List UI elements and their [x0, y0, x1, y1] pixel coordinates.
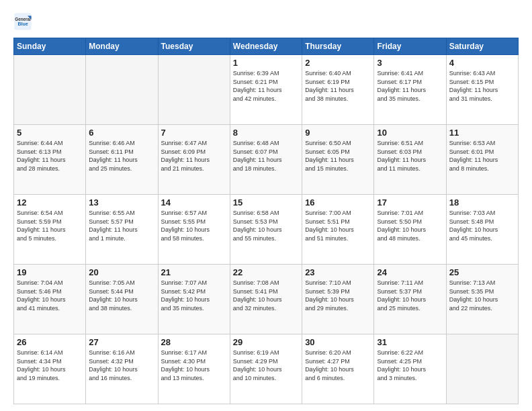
- calendar-cell: 15Sunrise: 6:58 AM Sunset: 5:53 PM Dayli…: [230, 195, 302, 265]
- day-info: Sunrise: 6:20 AM Sunset: 4:27 PM Dayligh…: [305, 349, 371, 382]
- calendar-header-thursday: Thursday: [302, 38, 374, 55]
- calendar-cell: 27Sunrise: 6:16 AM Sunset: 4:32 PM Dayli…: [86, 334, 158, 404]
- calendar-cell: 17Sunrise: 7:01 AM Sunset: 5:50 PM Dayli…: [374, 195, 446, 265]
- calendar-cell: 29Sunrise: 6:19 AM Sunset: 4:29 PM Dayli…: [230, 334, 302, 404]
- header: General Blue: [13, 12, 519, 31]
- day-number: 18: [449, 197, 515, 208]
- day-number: 20: [89, 267, 154, 277]
- calendar-page: General Blue SundayMondayTuesdayWednesda…: [0, 0, 532, 411]
- day-info: Sunrise: 6:39 AM Sunset: 6:21 PM Dayligh…: [233, 69, 299, 103]
- calendar-cell: 7Sunrise: 6:47 AM Sunset: 6:09 PM Daylig…: [158, 125, 230, 195]
- day-number: 13: [89, 197, 154, 208]
- day-info: Sunrise: 7:08 AM Sunset: 5:41 PM Dayligh…: [233, 279, 299, 312]
- day-info: Sunrise: 6:46 AM Sunset: 6:11 PM Dayligh…: [89, 139, 154, 173]
- calendar-cell: 26Sunrise: 6:14 AM Sunset: 4:34 PM Dayli…: [14, 334, 86, 404]
- day-number: 30: [305, 337, 371, 347]
- day-number: 1: [233, 58, 299, 68]
- day-number: 31: [377, 337, 443, 347]
- day-number: 25: [449, 267, 515, 277]
- day-info: Sunrise: 6:40 AM Sunset: 6:19 PM Dayligh…: [305, 69, 371, 103]
- calendar-cell: 11Sunrise: 6:53 AM Sunset: 6:01 PM Dayli…: [446, 125, 518, 195]
- day-info: Sunrise: 6:43 AM Sunset: 6:15 PM Dayligh…: [449, 69, 515, 103]
- calendar-cell: [158, 55, 230, 125]
- calendar-cell: 13Sunrise: 6:55 AM Sunset: 5:57 PM Dayli…: [86, 195, 158, 265]
- calendar-cell: 30Sunrise: 6:20 AM Sunset: 4:27 PM Dayli…: [302, 334, 374, 404]
- day-info: Sunrise: 6:44 AM Sunset: 6:13 PM Dayligh…: [17, 139, 83, 173]
- calendar-week-4: 26Sunrise: 6:14 AM Sunset: 4:34 PM Dayli…: [14, 334, 519, 404]
- day-info: Sunrise: 7:03 AM Sunset: 5:48 PM Dayligh…: [449, 209, 515, 242]
- calendar-cell: 6Sunrise: 6:46 AM Sunset: 6:11 PM Daylig…: [86, 125, 158, 195]
- day-number: 29: [233, 337, 299, 347]
- day-info: Sunrise: 7:05 AM Sunset: 5:44 PM Dayligh…: [89, 279, 154, 312]
- day-info: Sunrise: 6:17 AM Sunset: 4:30 PM Dayligh…: [161, 349, 227, 382]
- day-number: 15: [233, 197, 299, 208]
- day-number: 11: [449, 128, 515, 138]
- calendar-cell: 10Sunrise: 6:51 AM Sunset: 6:03 PM Dayli…: [374, 125, 446, 195]
- day-number: 12: [17, 197, 83, 208]
- day-info: Sunrise: 6:14 AM Sunset: 4:34 PM Dayligh…: [17, 349, 83, 382]
- day-number: 10: [377, 128, 443, 138]
- day-info: Sunrise: 6:51 AM Sunset: 6:03 PM Dayligh…: [377, 139, 443, 173]
- calendar-header-row: SundayMondayTuesdayWednesdayThursdayFrid…: [14, 38, 519, 55]
- day-number: 5: [17, 128, 83, 138]
- calendar-week-3: 19Sunrise: 7:04 AM Sunset: 5:46 PM Dayli…: [14, 265, 519, 334]
- calendar-cell: 18Sunrise: 7:03 AM Sunset: 5:48 PM Dayli…: [446, 195, 518, 265]
- calendar-week-0: 1Sunrise: 6:39 AM Sunset: 6:21 PM Daylig…: [14, 55, 519, 125]
- day-number: 2: [305, 58, 371, 68]
- calendar-header-friday: Friday: [374, 38, 446, 55]
- calendar-cell: 23Sunrise: 7:10 AM Sunset: 5:39 PM Dayli…: [302, 265, 374, 334]
- calendar-cell: 3Sunrise: 6:41 AM Sunset: 6:17 PM Daylig…: [374, 55, 446, 125]
- calendar-cell: 9Sunrise: 6:50 AM Sunset: 6:05 PM Daylig…: [302, 125, 374, 195]
- day-number: 27: [89, 337, 154, 347]
- day-number: 3: [377, 58, 443, 68]
- day-number: 7: [161, 128, 227, 138]
- day-info: Sunrise: 6:54 AM Sunset: 5:59 PM Dayligh…: [17, 209, 83, 242]
- calendar-cell: 28Sunrise: 6:17 AM Sunset: 4:30 PM Dayli…: [158, 334, 230, 404]
- calendar-cell: 25Sunrise: 7:13 AM Sunset: 5:35 PM Dayli…: [446, 265, 518, 334]
- day-info: Sunrise: 6:50 AM Sunset: 6:05 PM Dayligh…: [305, 139, 371, 173]
- svg-text:General: General: [15, 17, 31, 21]
- day-info: Sunrise: 6:48 AM Sunset: 6:07 PM Dayligh…: [233, 139, 299, 173]
- day-info: Sunrise: 6:55 AM Sunset: 5:57 PM Dayligh…: [89, 209, 154, 242]
- day-info: Sunrise: 7:04 AM Sunset: 5:46 PM Dayligh…: [17, 279, 83, 312]
- calendar-cell: 22Sunrise: 7:08 AM Sunset: 5:41 PM Dayli…: [230, 265, 302, 334]
- day-info: Sunrise: 6:57 AM Sunset: 5:55 PM Dayligh…: [161, 209, 227, 242]
- calendar-cell: 5Sunrise: 6:44 AM Sunset: 6:13 PM Daylig…: [14, 125, 86, 195]
- day-number: 8: [233, 128, 299, 138]
- day-info: Sunrise: 6:16 AM Sunset: 4:32 PM Dayligh…: [89, 349, 154, 382]
- calendar-week-1: 5Sunrise: 6:44 AM Sunset: 6:13 PM Daylig…: [14, 125, 519, 195]
- day-number: 14: [161, 197, 227, 208]
- calendar-cell: 14Sunrise: 6:57 AM Sunset: 5:55 PM Dayli…: [158, 195, 230, 265]
- day-info: Sunrise: 7:13 AM Sunset: 5:35 PM Dayligh…: [449, 279, 515, 312]
- calendar-cell: 12Sunrise: 6:54 AM Sunset: 5:59 PM Dayli…: [14, 195, 86, 265]
- day-number: 4: [449, 58, 515, 68]
- svg-text:Blue: Blue: [17, 21, 28, 26]
- logo-icon: General Blue: [13, 12, 32, 31]
- calendar-cell: 31Sunrise: 6:22 AM Sunset: 4:25 PM Dayli…: [374, 334, 446, 404]
- day-number: 23: [305, 267, 371, 277]
- calendar-cell: 21Sunrise: 7:07 AM Sunset: 5:42 PM Dayli…: [158, 265, 230, 334]
- day-info: Sunrise: 6:53 AM Sunset: 6:01 PM Dayligh…: [449, 139, 515, 173]
- day-info: Sunrise: 6:22 AM Sunset: 4:25 PM Dayligh…: [377, 349, 443, 382]
- day-info: Sunrise: 6:47 AM Sunset: 6:09 PM Dayligh…: [161, 139, 227, 173]
- day-number: 19: [17, 267, 83, 277]
- calendar-cell: 1Sunrise: 6:39 AM Sunset: 6:21 PM Daylig…: [230, 55, 302, 125]
- calendar-cell: 19Sunrise: 7:04 AM Sunset: 5:46 PM Dayli…: [14, 265, 86, 334]
- day-number: 21: [161, 267, 227, 277]
- logo: General Blue: [13, 12, 35, 31]
- calendar-week-2: 12Sunrise: 6:54 AM Sunset: 5:59 PM Dayli…: [14, 195, 519, 265]
- calendar-cell: 16Sunrise: 7:00 AM Sunset: 5:51 PM Dayli…: [302, 195, 374, 265]
- calendar-cell: [14, 55, 86, 125]
- calendar-table: SundayMondayTuesdayWednesdayThursdayFrid…: [13, 38, 519, 404]
- day-number: 26: [17, 337, 83, 347]
- day-info: Sunrise: 7:00 AM Sunset: 5:51 PM Dayligh…: [305, 209, 371, 242]
- day-info: Sunrise: 6:58 AM Sunset: 5:53 PM Dayligh…: [233, 209, 299, 242]
- day-number: 16: [305, 197, 371, 208]
- calendar-cell: 4Sunrise: 6:43 AM Sunset: 6:15 PM Daylig…: [446, 55, 518, 125]
- day-number: 6: [89, 128, 154, 138]
- calendar-cell: 20Sunrise: 7:05 AM Sunset: 5:44 PM Dayli…: [86, 265, 158, 334]
- calendar-header-saturday: Saturday: [446, 38, 518, 55]
- calendar-header-monday: Monday: [86, 38, 158, 55]
- calendar-cell: 8Sunrise: 6:48 AM Sunset: 6:07 PM Daylig…: [230, 125, 302, 195]
- calendar-header-sunday: Sunday: [14, 38, 86, 55]
